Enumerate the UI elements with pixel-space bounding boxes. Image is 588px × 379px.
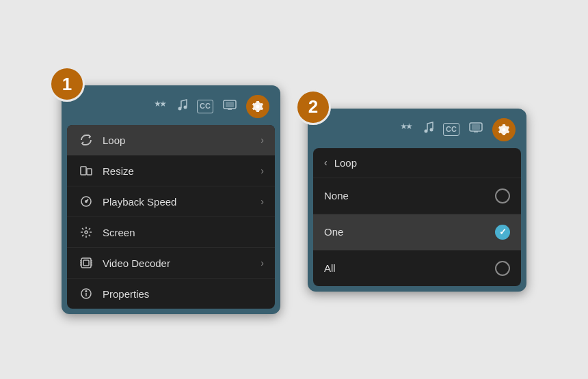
stars-icon[interactable]	[155, 99, 168, 115]
panel-2-wrapper: 2 CC	[308, 109, 526, 292]
playback-speed-icon	[78, 195, 94, 208]
svg-rect-6	[87, 169, 92, 175]
resize-label: Resize	[103, 165, 260, 177]
step-badge-1: 1	[49, 66, 85, 102]
checkmark-icon: ✓	[499, 227, 507, 237]
screen-menu-icon	[78, 226, 94, 238]
panel-1-wrapper: 1 CC	[62, 85, 280, 314]
toolbar-2: CC	[313, 114, 521, 148]
video-decoder-icon	[78, 257, 94, 269]
screen-icon[interactable]	[223, 100, 237, 114]
all-label: All	[324, 262, 495, 274]
submenu-option-all[interactable]: All	[313, 251, 521, 286]
submenu-header[interactable]: ‹ Loop	[313, 148, 521, 178]
stars-icon-2[interactable]	[401, 122, 414, 137]
svg-rect-3	[226, 102, 234, 107]
svg-line-14	[82, 228, 83, 229]
resize-chevron: ›	[260, 165, 264, 176]
svg-rect-18	[81, 258, 91, 268]
loop-chevron: ›	[260, 135, 264, 145]
menu-item-video-decoder[interactable]: Video Decoder ›	[67, 248, 275, 279]
music-icon-2[interactable]	[424, 121, 433, 138]
properties-icon	[78, 287, 94, 300]
music-icon[interactable]	[178, 98, 187, 115]
one-radio: ✓	[495, 225, 510, 240]
submenu-option-one[interactable]: One ✓	[313, 214, 521, 251]
submenu-option-none[interactable]: None	[313, 178, 521, 214]
panel-2: CC ‹ Loop None	[308, 109, 526, 292]
none-label: None	[324, 190, 495, 201]
none-radio	[495, 188, 510, 203]
svg-point-9	[85, 231, 88, 234]
cc-icon[interactable]: CC	[197, 100, 213, 113]
loop-icon	[78, 134, 94, 146]
menu-item-playback-speed[interactable]: Playback Speed ›	[67, 186, 275, 217]
panel-1: CC	[62, 85, 280, 314]
screen-label: Screen	[103, 227, 264, 238]
video-decoder-chevron: ›	[260, 257, 264, 268]
menu-item-resize[interactable]: Resize ›	[67, 156, 275, 186]
gear-icon-1[interactable]	[246, 95, 269, 118]
screen-icon-2[interactable]	[469, 122, 483, 137]
svg-line-16	[89, 228, 90, 229]
one-label: One	[324, 226, 495, 238]
step-badge-2: 2	[295, 89, 331, 125]
svg-point-30	[430, 128, 433, 132]
svg-line-15	[89, 235, 90, 236]
back-arrow-icon: ‹	[324, 157, 328, 168]
svg-point-28	[85, 291, 87, 292]
toolbar-1: CC	[67, 91, 275, 125]
menu-item-screen[interactable]: Screen	[67, 217, 275, 248]
resize-icon	[78, 165, 94, 177]
svg-rect-19	[83, 260, 89, 266]
all-radio	[495, 261, 510, 276]
loop-label: Loop	[103, 135, 260, 146]
svg-point-1	[184, 105, 187, 109]
svg-point-0	[178, 107, 182, 110]
cc-icon-2[interactable]: CC	[443, 123, 459, 136]
menu-body-1: Loop › Resize ›	[67, 125, 275, 309]
svg-rect-5	[81, 167, 86, 175]
properties-label: Properties	[103, 288, 264, 300]
svg-point-8	[85, 201, 87, 202]
menu-item-properties[interactable]: Properties	[67, 279, 275, 309]
svg-line-17	[82, 235, 83, 236]
svg-rect-32	[472, 124, 480, 130]
submenu-body: ‹ Loop None One ✓ All	[313, 148, 521, 286]
svg-point-29	[425, 130, 428, 133]
playback-speed-chevron: ›	[260, 196, 264, 207]
menu-item-loop[interactable]: Loop ›	[67, 125, 275, 156]
playback-speed-label: Playback Speed	[103, 196, 260, 208]
submenu-title: Loop	[334, 157, 357, 169]
gear-icon-2[interactable]	[492, 118, 516, 141]
video-decoder-label: Video Decoder	[103, 257, 260, 269]
